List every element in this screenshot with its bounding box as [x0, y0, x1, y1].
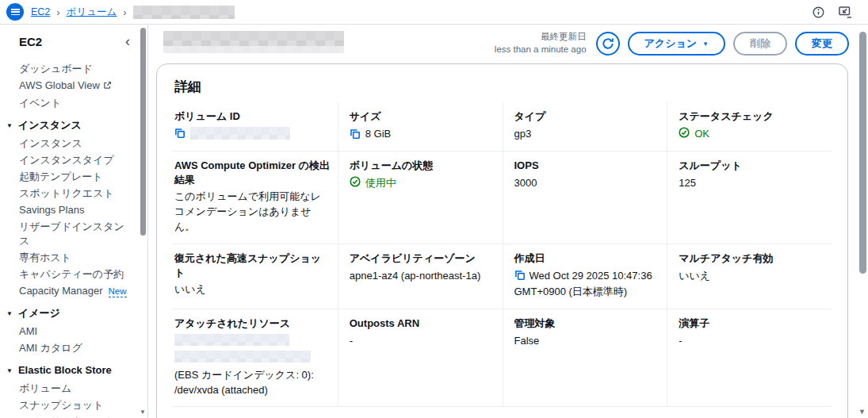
- sidebar-scroll-down-icon[interactable]: ▼: [140, 408, 146, 416]
- actions-button-label: アクション: [644, 36, 698, 51]
- sidebar-group-label: イメージ: [18, 307, 60, 319]
- field-value-with-copy: Wed Oct 29 2025 10:47:36 GMT+0900 (日本標準時…: [514, 269, 661, 301]
- modify-button-label: 変更: [812, 36, 832, 51]
- sidebar-group-images[interactable]: ▼イメージ: [6, 306, 135, 322]
- sidebar-item-dedicated-hosts[interactable]: 専有ホスト: [19, 251, 135, 265]
- details-row: AWS Compute Optimizer の検出結果 このボリュームで利用可能…: [173, 151, 832, 244]
- info-icon[interactable]: [813, 6, 824, 18]
- sidebar-item-ami-catalog[interactable]: AMI カタログ: [19, 341, 135, 355]
- field-label: アタッチされたリソース: [174, 316, 331, 331]
- page-title-redacted-line1: [163, 31, 344, 46]
- delete-button-label: 削除: [750, 36, 770, 51]
- field-label: 復元された高速スナップショット: [174, 251, 331, 279]
- section-source-header[interactable]: ▼ ソース: [173, 407, 832, 418]
- sidebar-item-instance-types[interactable]: インスタンスタイプ: [19, 153, 135, 167]
- field-managed: 管理対象 False: [503, 309, 667, 406]
- main-scroll-down-icon[interactable]: ▼: [858, 408, 866, 416]
- field-attached-resources: アタッチされたリソース (EBS カードインデックス: 0): /dev/xvd…: [173, 309, 338, 406]
- sidebar-item-dashboard[interactable]: ダッシュボード: [19, 62, 135, 76]
- caret-down-icon: ▼: [6, 310, 13, 317]
- field-label: IOPS: [514, 159, 661, 173]
- sidebar-group-label: インスタンス: [18, 119, 82, 131]
- sidebar-item-aws-global-view[interactable]: AWS Global View: [19, 79, 135, 94]
- modify-button[interactable]: 変更: [795, 32, 849, 56]
- caret-down-icon: ▼: [702, 40, 709, 48]
- copy-icon[interactable]: [514, 270, 526, 286]
- field-volume-id: ボリューム ID: [173, 102, 338, 151]
- caret-down-icon: ▼: [6, 367, 13, 374]
- field-value: 3000: [514, 176, 661, 191]
- field-label: ボリュームの状態: [350, 159, 496, 173]
- field-label: Outposts ARN: [350, 316, 496, 331]
- last-updated-value: less than a minute ago: [495, 44, 587, 56]
- field-fast-snapshot-restore: 復元された高速スナップショット いいえ: [173, 244, 338, 309]
- field-iops: IOPS 3000: [503, 151, 667, 244]
- sidebar-item-events[interactable]: イベント: [19, 96, 135, 110]
- field-label: スループット: [679, 159, 825, 173]
- details-heading: 詳細: [174, 78, 832, 96]
- sidebar-group-elastic-block-store[interactable]: ▼Elastic Block Store: [6, 363, 135, 379]
- sidebar-item-ami[interactable]: AMI: [19, 324, 135, 339]
- sidebar-item-reserved-instances[interactable]: リザーブドインスタンス: [19, 220, 135, 248]
- field-value: いいえ: [174, 282, 331, 297]
- sidebar-item-volumes[interactable]: ボリューム: [19, 382, 135, 396]
- sidebar-item-launch-templates[interactable]: 起動テンプレート: [19, 170, 135, 184]
- breadcrumb-current-redacted: [133, 6, 235, 19]
- field-status-check: ステータスチェック OK: [667, 102, 832, 151]
- external-window-icon[interactable]: [839, 6, 852, 18]
- sidebar-group-instances[interactable]: ▼インスタンス: [6, 118, 135, 134]
- field-value: このボリュームで利用可能なレコメンデーションはありません。: [174, 190, 331, 235]
- field-value: 8 GiB: [365, 127, 392, 142]
- header-actions: 最終更新日 less than a minute ago アクション▼ 削除 変…: [495, 31, 849, 56]
- sidebar-item-capacity-reservations[interactable]: キャパシティーの予約: [19, 267, 135, 282]
- topbar: EC2 › ボリューム ›: [0, 0, 868, 25]
- page-header: 最終更新日 less than a minute ago アクション▼ 削除 変…: [156, 31, 854, 61]
- field-label: サイズ: [350, 109, 496, 124]
- breadcrumb-link-volumes[interactable]: ボリューム: [67, 6, 117, 19]
- external-link-icon: [103, 79, 112, 94]
- redacted-value: [174, 351, 311, 362]
- last-updated: 最終更新日 less than a minute ago: [495, 31, 587, 56]
- field-compute-optimizer: AWS Compute Optimizer の検出結果 このボリュームで利用可能…: [173, 151, 338, 244]
- field-value: -: [350, 334, 496, 349]
- caret-down-icon: ▼: [6, 122, 13, 129]
- redacted-value: [190, 127, 290, 140]
- field-label: ステータスチェック: [679, 109, 825, 124]
- sidebar-item-spot-requests[interactable]: スポットリクエスト: [19, 186, 135, 201]
- breadcrumb-link-ec2[interactable]: EC2: [31, 6, 50, 17]
- field-created: 作成日 Wed Oct 29 2025 10:47:36 GMT+0900 (日…: [503, 244, 667, 309]
- sidebar: EC2 ‹ ダッシュボード AWS Global View イベント ▼インスタ…: [0, 25, 148, 418]
- copy-icon[interactable]: [174, 128, 185, 139]
- field-label: 演算子: [679, 316, 825, 331]
- sidebar-item-capacity-manager[interactable]: Capacity ManagerNew: [19, 284, 135, 298]
- field-label: ボリューム ID: [174, 109, 331, 124]
- delete-button[interactable]: 削除: [733, 32, 787, 56]
- field-multi-attach: マルチアタッチ有効 いいえ: [667, 244, 832, 309]
- check-circle-icon: [679, 127, 690, 143]
- field-label: 管理対象: [514, 316, 661, 331]
- field-value: gp3: [514, 127, 661, 142]
- check-circle-icon: [350, 176, 361, 192]
- sidebar-item-snapshots[interactable]: スナップショット: [19, 398, 135, 412]
- copy-icon[interactable]: [350, 128, 361, 140]
- sidebar-item-instances[interactable]: インスタンス: [19, 136, 135, 151]
- main-scrollbar[interactable]: [859, 32, 866, 274]
- sidebar-item-lifecycle-manager[interactable]: ライフサイクルマネージャー: [19, 415, 135, 418]
- field-value: -: [679, 334, 825, 349]
- field-label: 作成日: [514, 251, 661, 266]
- collapse-sidebar-icon[interactable]: ‹: [125, 36, 130, 47]
- sidebar-item-label: AWS Global View: [19, 79, 100, 91]
- sidebar-scrollbar[interactable]: [140, 28, 146, 236]
- sidebar-item-savings-plans[interactable]: Savings Plans: [19, 203, 135, 217]
- actions-button[interactable]: アクション▼: [628, 32, 725, 56]
- field-throughput: スループット 125: [667, 151, 832, 244]
- field-volume-state: ボリュームの状態 使用中: [338, 151, 503, 244]
- redacted-value: [174, 334, 289, 346]
- menu-icon[interactable]: [6, 3, 24, 21]
- status-value: OK: [679, 127, 825, 143]
- breadcrumb: EC2 › ボリューム ›: [31, 6, 235, 19]
- status-text: 使用中: [365, 176, 396, 191]
- refresh-button[interactable]: [596, 32, 620, 56]
- new-badge: New: [109, 286, 127, 297]
- field-outposts-arn: Outposts ARN -: [338, 309, 503, 406]
